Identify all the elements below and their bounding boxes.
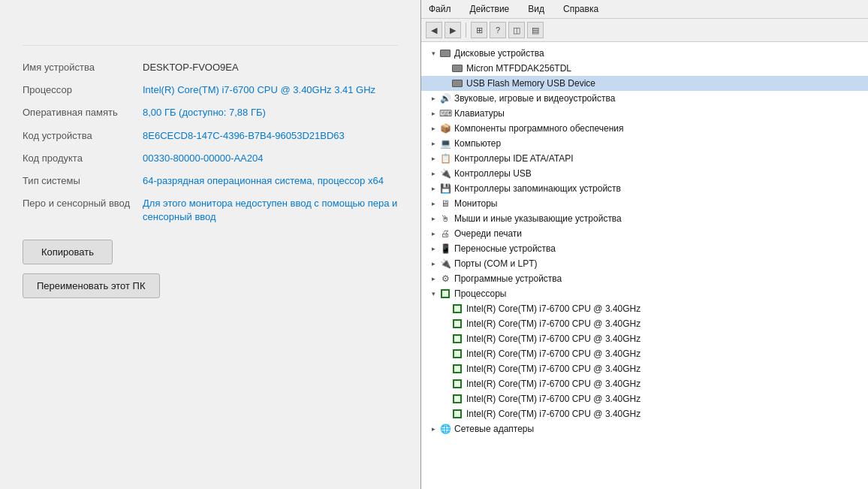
menu-item-вид[interactable]: Вид bbox=[524, 2, 548, 16]
expand-icon[interactable]: ▸ bbox=[429, 199, 438, 208]
tree-category-item[interactable]: ▸⚙Программные устройства bbox=[421, 271, 868, 286]
tree-category-item[interactable]: ▸🖨Очереди печати bbox=[421, 226, 868, 241]
spec-value: 64-разрядная операционная система, проце… bbox=[143, 174, 398, 188]
cpu-icon bbox=[451, 393, 463, 405]
expand-icon[interactable]: ▸ bbox=[429, 94, 438, 103]
disk-icon bbox=[439, 47, 451, 59]
expand-icon[interactable] bbox=[441, 79, 450, 88]
expand-icon[interactable]: ▸ bbox=[429, 424, 438, 433]
tree-category-item[interactable]: ▸📱Переносные устройства bbox=[421, 241, 868, 256]
tree-category-item[interactable]: ▾Дисковые устройства bbox=[421, 46, 868, 61]
expand-icon[interactable] bbox=[441, 64, 450, 73]
menu-item-действие[interactable]: Действие bbox=[466, 2, 514, 16]
cpu-icon bbox=[439, 288, 451, 300]
properties-button[interactable]: ⊞ bbox=[471, 22, 487, 38]
expand-icon[interactable] bbox=[441, 334, 450, 343]
tree-device-item[interactable]: Intel(R) Core(TM) i7-6700 CPU @ 3.40GHz bbox=[421, 316, 868, 331]
help-button[interactable]: ? bbox=[490, 22, 506, 38]
spec-label: Процессор bbox=[23, 83, 143, 95]
tree-category-item[interactable]: ▸🖥Мониторы bbox=[421, 196, 868, 211]
rename-button[interactable]: Переименовать этот ПК bbox=[23, 273, 160, 298]
cpu-icon bbox=[451, 363, 463, 375]
tree-item-label: Intel(R) Core(TM) i7-6700 CPU @ 3.40GHz bbox=[466, 318, 640, 329]
tree-device-item[interactable]: Micron MTFDDAK256TDL bbox=[421, 61, 868, 76]
ide-icon: 📋 bbox=[439, 152, 451, 165]
tree-device-item[interactable]: Intel(R) Core(TM) i7-6700 CPU @ 3.40GHz bbox=[421, 346, 868, 361]
expand-icon[interactable]: ▾ bbox=[429, 49, 438, 58]
expand-icon[interactable] bbox=[441, 394, 450, 403]
right-panel: ФайлДействиеВидСправка ◀▶⊞?◫▤ ▾Дисковые … bbox=[420, 0, 868, 489]
expand-icon[interactable] bbox=[441, 379, 450, 388]
spec-label: Оперативная память bbox=[23, 106, 143, 118]
expand-icon[interactable]: ▸ bbox=[429, 124, 438, 133]
cpu-icon bbox=[451, 408, 463, 420]
expand-icon[interactable]: ▾ bbox=[429, 289, 438, 298]
back-button[interactable]: ◀ bbox=[426, 22, 442, 38]
print-icon: 🖨 bbox=[439, 228, 451, 240]
tree-device-item[interactable]: USB Flash Memory USB Device bbox=[421, 76, 868, 91]
monitor-icon: 🖥 bbox=[439, 198, 451, 210]
expand-icon[interactable]: ▸ bbox=[429, 244, 438, 253]
expand-icon[interactable]: ▸ bbox=[429, 139, 438, 148]
spec-row: Код продукта00330-80000-00000-AA204 bbox=[23, 152, 398, 165]
software-icon: 📦 bbox=[439, 122, 451, 134]
spec-row: Перо и сенсорный вводДля этого монитора … bbox=[23, 197, 398, 224]
tree-device-item[interactable]: Intel(R) Core(TM) i7-6700 CPU @ 3.40GHz bbox=[421, 406, 868, 421]
keyboard-icon: ⌨ bbox=[439, 107, 451, 119]
spec-label: Имя устройства bbox=[23, 61, 143, 73]
tree-category-item[interactable]: ▸⌨Клавиатуры bbox=[421, 106, 868, 121]
tree-device-item[interactable]: Intel(R) Core(TM) i7-6700 CPU @ 3.40GHz bbox=[421, 331, 868, 346]
view1-button[interactable]: ◫ bbox=[508, 22, 525, 38]
expand-icon[interactable] bbox=[441, 349, 450, 358]
disk-icon bbox=[451, 77, 463, 89]
tree-item-label: Звуковые, игровые и видеоустройства bbox=[454, 93, 615, 104]
tree-category-item[interactable]: ▸🔊Звуковые, игровые и видеоустройства bbox=[421, 91, 868, 106]
view2-button[interactable]: ▤ bbox=[527, 22, 544, 38]
tree-device-item[interactable]: Intel(R) Core(TM) i7-6700 CPU @ 3.40GHz bbox=[421, 301, 868, 316]
expand-icon[interactable] bbox=[441, 319, 450, 328]
tree-category-item[interactable]: ▸💾Контроллеры запоминающих устройств bbox=[421, 181, 868, 196]
forward-button[interactable]: ▶ bbox=[445, 22, 461, 38]
expand-icon[interactable] bbox=[441, 304, 450, 313]
tree-item-label: Контроллеры USB bbox=[454, 168, 532, 179]
copy-button[interactable]: Копировать bbox=[23, 240, 113, 264]
expand-icon[interactable]: ▸ bbox=[429, 109, 438, 118]
expand-icon[interactable]: ▸ bbox=[429, 214, 438, 223]
expand-icon[interactable]: ▸ bbox=[429, 229, 438, 238]
tree-device-item[interactable]: Intel(R) Core(TM) i7-6700 CPU @ 3.40GHz bbox=[421, 391, 868, 406]
expand-icon[interactable]: ▸ bbox=[429, 184, 438, 193]
tree-device-item[interactable]: Intel(R) Core(TM) i7-6700 CPU @ 3.40GHz bbox=[421, 376, 868, 391]
cpu-icon bbox=[451, 378, 463, 390]
spec-value: 00330-80000-00000-AA204 bbox=[143, 152, 398, 165]
tree-category-item[interactable]: ▸🔌Контроллеры USB bbox=[421, 166, 868, 181]
spec-value: 8E6CECD8-147C-4396-B7B4-96053D21BD63 bbox=[143, 129, 398, 143]
tree-category-item[interactable]: ▸💻Компьютер bbox=[421, 136, 868, 151]
spec-value: 8,00 ГБ (доступно: 7,88 ГБ) bbox=[143, 106, 398, 119]
spec-value: Для этого монитора недоступен ввод с пом… bbox=[143, 197, 398, 224]
menu-item-файл[interactable]: Файл bbox=[425, 2, 455, 16]
expand-icon[interactable]: ▸ bbox=[429, 259, 438, 268]
expand-icon[interactable]: ▸ bbox=[429, 169, 438, 178]
tree-item-label: Intel(R) Core(TM) i7-6700 CPU @ 3.40GHz bbox=[466, 409, 640, 419]
portable-icon: 📱 bbox=[439, 243, 451, 255]
tree-view[interactable]: ▾Дисковые устройстваMicron MTFDDAK256TDL… bbox=[421, 42, 868, 489]
expand-icon[interactable] bbox=[441, 409, 450, 418]
tree-category-item[interactable]: ▸📦Компоненты программного обеспечения bbox=[421, 121, 868, 136]
tree-device-item[interactable]: Intel(R) Core(TM) i7-6700 CPU @ 3.40GHz bbox=[421, 361, 868, 376]
tree-category-item[interactable]: ▾Процессоры bbox=[421, 286, 868, 301]
section-title bbox=[23, 38, 398, 46]
tree-category-item[interactable]: ▸🔌Порты (COM и LPT) bbox=[421, 256, 868, 271]
tree-category-item[interactable]: ▸📋Контроллеры IDE ATA/ATAPI bbox=[421, 151, 868, 166]
expand-icon[interactable]: ▸ bbox=[429, 274, 438, 283]
menu-bar: ФайлДействиеВидСправка bbox=[421, 0, 868, 19]
tree-item-label: Intel(R) Core(TM) i7-6700 CPU @ 3.40GHz bbox=[466, 334, 640, 344]
menu-item-справка[interactable]: Справка bbox=[559, 2, 602, 16]
tree-item-label: Intel(R) Core(TM) i7-6700 CPU @ 3.40GHz bbox=[466, 303, 640, 314]
expand-icon[interactable]: ▸ bbox=[429, 154, 438, 163]
tree-category-item[interactable]: ▸🖱Мыши и иные указывающие устройства bbox=[421, 211, 868, 226]
cpu-icon bbox=[451, 303, 463, 315]
cpu-icon bbox=[451, 333, 463, 345]
tree-category-item[interactable]: ▸🌐Сетевые адаптеры bbox=[421, 421, 868, 436]
expand-icon[interactable] bbox=[441, 364, 450, 373]
spec-row: Тип системы64-разрядная операционная сис… bbox=[23, 174, 398, 188]
